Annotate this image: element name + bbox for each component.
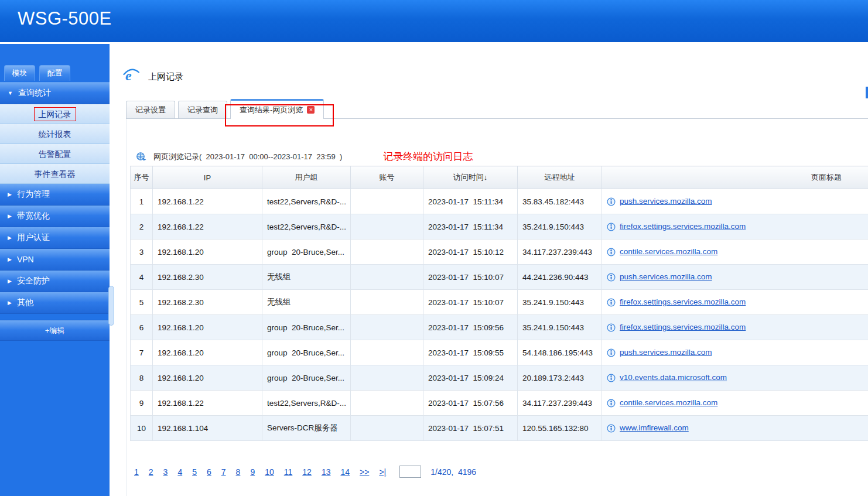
cell-group: 无线组: [262, 265, 351, 290]
sidebar-collapse-handle[interactable]: [108, 286, 114, 326]
record-info-line: 网页浏览记录( 2023-01-17 00:00--2023-01-17 23:…: [136, 150, 473, 163]
triangle-right-icon: ▶: [8, 300, 12, 306]
tab-record-settings[interactable]: 记录设置: [126, 101, 175, 118]
sidebar-tab-modules[interactable]: 模块: [4, 65, 35, 81]
sidebar-group-behavior-management[interactable]: ▶ 行为管理: [0, 184, 110, 206]
cell-time: 2023-01-17 15:10:12: [423, 240, 518, 265]
page-link[interactable]: 5: [192, 467, 197, 477]
right-edge-accent: [866, 87, 868, 98]
annotation-text: 记录终端的访问日志: [383, 150, 473, 163]
cell-no: 4: [131, 265, 153, 290]
page-link[interactable]: 1: [134, 467, 139, 477]
close-tab-icon[interactable]: ×: [307, 106, 315, 114]
page-title-link[interactable]: contile.services.mozilla.com: [620, 398, 717, 407]
cell-group: test22,Servers,R&D-...: [262, 214, 351, 240]
sidebar-tabs: 模块 配置: [0, 44, 110, 81]
app-title: WSG-500E: [0, 0, 868, 29]
page-link[interactable]: 11: [284, 467, 293, 477]
page-title-link[interactable]: push.services.mozilla.com: [620, 348, 712, 357]
cell-remote: 34.117.237.239:443: [518, 391, 602, 416]
sidebar-tab-config[interactable]: 配置: [39, 65, 70, 81]
page-link[interactable]: 7: [221, 467, 226, 477]
pagination: 1234567891011121314 >> >| 1/420, 4196: [134, 466, 476, 478]
cell-remote: 35.241.9.150:443: [518, 214, 602, 240]
cell-account: [351, 365, 423, 391]
sidebar-group-user-authentication[interactable]: ▶ 用户认证: [0, 227, 110, 249]
page-title-link[interactable]: v10.events.data.microsoft.com: [620, 373, 727, 382]
cell-ip: 192.168.1.22: [153, 214, 262, 240]
page-title-link[interactable]: firefox.settings.services.mozilla.com: [620, 222, 746, 231]
page-title-link[interactable]: contile.services.mozilla.com: [620, 247, 717, 256]
sidebar-item-statistics-report[interactable]: 统计报表: [0, 124, 110, 144]
sidebar-menu: ▼ 查询统计 上网记录 统计报表 告警配置 事件查看器 ▶ 行为管理 ▶ 带宽优…: [0, 82, 110, 314]
sidebar-group-query-statistics[interactable]: ▼ 查询统计: [0, 83, 110, 104]
cell-no: 2: [131, 214, 153, 240]
cell-page-title: contile.services.mozilla.com: [602, 391, 868, 416]
page-title-link[interactable]: firefox.settings.services.mozilla.com: [620, 323, 746, 331]
page-number-input[interactable]: [399, 466, 421, 478]
page-link[interactable]: 3: [163, 467, 168, 477]
page-link[interactable]: 2: [149, 467, 153, 477]
cell-remote: 44.241.236.90:443: [518, 265, 602, 290]
sidebar-item-alarm-config[interactable]: 告警配置: [0, 144, 110, 164]
page-link[interactable]: 4: [177, 467, 182, 477]
col-no: 序号: [131, 166, 153, 189]
sidebar-item-event-viewer[interactable]: 事件查看器: [0, 164, 110, 184]
cell-no: 10: [131, 416, 153, 441]
cell-account: [351, 240, 423, 265]
records-tbody: 1192.168.1.22test22,Servers,R&D-...2023-…: [131, 189, 868, 441]
group-label: 用户认证: [17, 232, 50, 243]
tab-query-results-web-browsing[interactable]: 查询结果-网页浏览 ×: [230, 99, 324, 119]
sidebar-group-vpn[interactable]: ▶ VPN: [0, 249, 110, 271]
page-link[interactable]: 6: [207, 467, 211, 477]
tab-record-query[interactable]: 记录查询: [178, 101, 227, 118]
cell-no: 1: [131, 189, 153, 214]
page-link[interactable]: 13: [322, 467, 331, 477]
cell-time: 2023-01-17 15:09:56: [423, 315, 518, 340]
triangle-right-icon: ▶: [8, 192, 12, 197]
cell-time: 2023-01-17 15:09:24: [423, 365, 518, 391]
page-title-link[interactable]: push.services.mozilla.com: [620, 272, 712, 281]
page-link[interactable]: 9: [250, 467, 255, 477]
cell-ip: 192.168.1.22: [153, 391, 262, 416]
triangle-right-icon: ▶: [8, 257, 12, 262]
last-page-link[interactable]: >|: [379, 467, 386, 477]
cell-group: test22,Servers,R&D-...: [262, 189, 351, 214]
cell-group: group 20-Bruce,Ser...: [262, 340, 351, 365]
col-page-title: 页面标题: [602, 166, 868, 189]
info-icon: [607, 424, 616, 433]
page-title-link[interactable]: www.imfirewall.com: [620, 423, 689, 432]
cell-group: test22,Servers,R&D-...: [262, 391, 351, 416]
sidebar-item-internet-records[interactable]: 上网记录: [0, 104, 110, 124]
cell-no: 9: [131, 391, 153, 416]
group-label: VPN: [17, 255, 34, 264]
page-title-link[interactable]: push.services.mozilla.com: [620, 197, 712, 206]
sidebar: 模块 配置 ▼ 查询统计 上网记录 统计报表 告警配置 事件查看器 ▶ 行为管理…: [0, 42, 110, 496]
cell-page-title: firefox.settings.services.mozilla.com: [602, 290, 868, 315]
table-row: 7192.168.1.20group 20-Bruce,Ser...2023-0…: [131, 340, 868, 365]
table-row: 2192.168.1.22test22,Servers,R&D-...2023-…: [131, 214, 868, 240]
cell-ip: 192.168.1.104: [153, 416, 262, 441]
info-icon: [607, 197, 616, 206]
table-row: 6192.168.1.20group 20-Bruce,Ser...2023-0…: [131, 315, 868, 340]
cell-page-title: push.services.mozilla.com: [602, 265, 868, 290]
page-link[interactable]: 14: [340, 467, 350, 477]
next-pages-link[interactable]: >>: [360, 467, 369, 477]
col-access-time-sort[interactable]: 访问时间↓: [423, 166, 518, 189]
sidebar-edit-button[interactable]: +编辑: [0, 320, 110, 341]
sidebar-group-bandwidth-optimization[interactable]: ▶ 带宽优化: [0, 206, 110, 227]
sidebar-group-security-protection[interactable]: ▶ 安全防护: [0, 271, 110, 292]
cell-account: [351, 391, 423, 416]
info-icon: [607, 399, 616, 408]
page-link[interactable]: 8: [236, 467, 241, 477]
sidebar-group-others[interactable]: ▶ 其他: [0, 292, 110, 314]
cell-time: 2023-01-17 15:07:51: [423, 416, 518, 441]
cell-account: [351, 416, 423, 441]
cell-ip: 192.168.1.20: [153, 240, 262, 265]
page-link[interactable]: 10: [265, 467, 274, 477]
page-link[interactable]: 12: [302, 467, 312, 477]
page-title-link[interactable]: firefox.settings.services.mozilla.com: [620, 297, 746, 306]
cell-page-title: firefox.settings.services.mozilla.com: [602, 214, 868, 240]
cell-remote: 20.189.173.2:443: [518, 365, 602, 391]
cell-time: 2023-01-17 15:11:34: [423, 189, 518, 214]
